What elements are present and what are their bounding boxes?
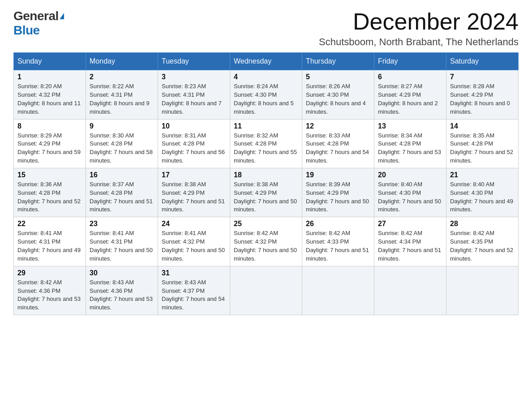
day-info: Sunrise: 8:20 AMSunset: 4:32 PMDaylight:… — [17, 83, 81, 115]
table-row: 9 Sunrise: 8:30 AMSunset: 4:28 PMDayligh… — [86, 119, 158, 168]
day-info: Sunrise: 8:32 AMSunset: 4:28 PMDaylight:… — [234, 132, 297, 164]
table-row — [302, 266, 374, 315]
table-row: 25 Sunrise: 8:42 AMSunset: 4:32 PMDaylig… — [230, 217, 302, 266]
table-row: 17 Sunrise: 8:38 AMSunset: 4:29 PMDaylig… — [158, 168, 230, 217]
day-number: 30 — [90, 269, 154, 277]
table-row: 20 Sunrise: 8:40 AMSunset: 4:30 PMDaylig… — [374, 168, 446, 217]
calendar-week-row: 8 Sunrise: 8:29 AMSunset: 4:29 PMDayligh… — [14, 119, 519, 168]
day-number: 16 — [90, 171, 154, 179]
day-info: Sunrise: 8:41 AMSunset: 4:31 PMDaylight:… — [90, 230, 153, 262]
table-row: 27 Sunrise: 8:42 AMSunset: 4:34 PMDaylig… — [374, 217, 446, 266]
table-row: 24 Sunrise: 8:41 AMSunset: 4:32 PMDaylig… — [158, 217, 230, 266]
day-info: Sunrise: 8:35 AMSunset: 4:28 PMDaylight:… — [450, 132, 513, 164]
day-info: Sunrise: 8:39 AMSunset: 4:29 PMDaylight:… — [306, 181, 369, 213]
day-info: Sunrise: 8:22 AMSunset: 4:31 PMDaylight:… — [90, 83, 150, 115]
logo-general-text: General — [13, 9, 59, 23]
day-number: 8 — [17, 122, 82, 130]
day-info: Sunrise: 8:42 AMSunset: 4:34 PMDaylight:… — [378, 230, 441, 262]
day-info: Sunrise: 8:30 AMSunset: 4:28 PMDaylight:… — [90, 132, 153, 164]
table-row: 4 Sunrise: 8:24 AMSunset: 4:30 PMDayligh… — [230, 70, 302, 119]
table-row: 19 Sunrise: 8:39 AMSunset: 4:29 PMDaylig… — [302, 168, 374, 217]
day-number: 31 — [162, 269, 226, 277]
day-number: 29 — [17, 269, 82, 277]
day-info: Sunrise: 8:37 AMSunset: 4:28 PMDaylight:… — [90, 181, 153, 213]
day-number: 4 — [234, 73, 298, 81]
table-row: 5 Sunrise: 8:26 AMSunset: 4:30 PMDayligh… — [302, 70, 374, 119]
day-number: 25 — [234, 220, 298, 228]
table-row: 14 Sunrise: 8:35 AMSunset: 4:28 PMDaylig… — [446, 119, 519, 168]
table-row: 10 Sunrise: 8:31 AMSunset: 4:28 PMDaylig… — [158, 119, 230, 168]
day-number: 27 — [378, 220, 442, 228]
table-row: 28 Sunrise: 8:42 AMSunset: 4:35 PMDaylig… — [446, 217, 519, 266]
calendar-week-row: 1 Sunrise: 8:20 AMSunset: 4:32 PMDayligh… — [14, 70, 519, 119]
table-row: 1 Sunrise: 8:20 AMSunset: 4:32 PMDayligh… — [14, 70, 86, 119]
table-row: 3 Sunrise: 8:23 AMSunset: 4:31 PMDayligh… — [158, 70, 230, 119]
day-number: 5 — [306, 73, 370, 81]
day-number: 10 — [162, 122, 226, 130]
table-row: 22 Sunrise: 8:41 AMSunset: 4:31 PMDaylig… — [14, 217, 86, 266]
logo: General Blue — [13, 9, 64, 38]
calendar-header-row: Sunday Monday Tuesday Wednesday Thursday… — [14, 53, 519, 70]
day-number: 7 — [450, 73, 515, 81]
day-number: 1 — [17, 73, 82, 81]
day-info: Sunrise: 8:38 AMSunset: 4:29 PMDaylight:… — [234, 181, 297, 213]
day-number: 15 — [17, 171, 82, 179]
table-row: 8 Sunrise: 8:29 AMSunset: 4:29 PMDayligh… — [14, 119, 86, 168]
day-number: 19 — [306, 171, 370, 179]
table-row: 23 Sunrise: 8:41 AMSunset: 4:31 PMDaylig… — [86, 217, 158, 266]
day-info: Sunrise: 8:42 AMSunset: 4:33 PMDaylight:… — [306, 230, 369, 262]
day-info: Sunrise: 8:27 AMSunset: 4:29 PMDaylight:… — [378, 83, 438, 115]
month-year-title: December 2024 — [319, 9, 519, 34]
day-info: Sunrise: 8:28 AMSunset: 4:29 PMDaylight:… — [450, 83, 510, 115]
table-row: 29 Sunrise: 8:42 AMSunset: 4:36 PMDaylig… — [14, 266, 86, 315]
header-thursday: Thursday — [302, 53, 374, 70]
day-info: Sunrise: 8:40 AMSunset: 4:30 PMDaylight:… — [450, 181, 513, 213]
calendar-week-row: 15 Sunrise: 8:36 AMSunset: 4:28 PMDaylig… — [14, 168, 519, 217]
header-sunday: Sunday — [14, 53, 86, 70]
day-info: Sunrise: 8:36 AMSunset: 4:28 PMDaylight:… — [17, 181, 81, 213]
day-number: 20 — [378, 171, 442, 179]
day-number: 17 — [162, 171, 226, 179]
table-row: 15 Sunrise: 8:36 AMSunset: 4:28 PMDaylig… — [14, 168, 86, 217]
day-number: 22 — [17, 220, 82, 228]
table-row: 26 Sunrise: 8:42 AMSunset: 4:33 PMDaylig… — [302, 217, 374, 266]
day-info: Sunrise: 8:42 AMSunset: 4:35 PMDaylight:… — [450, 230, 513, 262]
day-info: Sunrise: 8:41 AMSunset: 4:32 PMDaylight:… — [162, 230, 225, 262]
day-number: 23 — [90, 220, 154, 228]
day-info: Sunrise: 8:24 AMSunset: 4:30 PMDaylight:… — [234, 83, 294, 115]
table-row: 6 Sunrise: 8:27 AMSunset: 4:29 PMDayligh… — [374, 70, 446, 119]
day-number: 13 — [378, 122, 442, 130]
table-row: 7 Sunrise: 8:28 AMSunset: 4:29 PMDayligh… — [446, 70, 519, 119]
day-info: Sunrise: 8:34 AMSunset: 4:28 PMDaylight:… — [378, 132, 441, 164]
header-monday: Monday — [86, 53, 158, 70]
day-number: 3 — [162, 73, 226, 81]
page-header: General Blue December 2024 Schutsboom, N… — [13, 9, 519, 48]
table-row — [446, 266, 519, 315]
header-wednesday: Wednesday — [230, 53, 302, 70]
day-info: Sunrise: 8:38 AMSunset: 4:29 PMDaylight:… — [162, 181, 225, 213]
day-info: Sunrise: 8:41 AMSunset: 4:31 PMDaylight:… — [17, 230, 81, 262]
header-saturday: Saturday — [446, 53, 519, 70]
day-info: Sunrise: 8:26 AMSunset: 4:30 PMDaylight:… — [306, 83, 366, 115]
table-row: 12 Sunrise: 8:33 AMSunset: 4:28 PMDaylig… — [302, 119, 374, 168]
day-number: 12 — [306, 122, 370, 130]
day-number: 21 — [450, 171, 515, 179]
day-info: Sunrise: 8:42 AMSunset: 4:36 PMDaylight:… — [17, 279, 81, 311]
location-subtitle: Schutsboom, North Brabant, The Netherlan… — [319, 36, 519, 48]
day-number: 24 — [162, 220, 226, 228]
calendar-week-row: 29 Sunrise: 8:42 AMSunset: 4:36 PMDaylig… — [14, 266, 519, 315]
table-row: 21 Sunrise: 8:40 AMSunset: 4:30 PMDaylig… — [446, 168, 519, 217]
day-number: 26 — [306, 220, 370, 228]
header-tuesday: Tuesday — [158, 53, 230, 70]
day-info: Sunrise: 8:29 AMSunset: 4:29 PMDaylight:… — [17, 132, 81, 164]
day-number: 14 — [450, 122, 515, 130]
day-info: Sunrise: 8:43 AMSunset: 4:36 PMDaylight:… — [90, 279, 153, 311]
calendar-table: Sunday Monday Tuesday Wednesday Thursday… — [13, 52, 519, 315]
day-info: Sunrise: 8:42 AMSunset: 4:32 PMDaylight:… — [234, 230, 297, 262]
table-row: 13 Sunrise: 8:34 AMSunset: 4:28 PMDaylig… — [374, 119, 446, 168]
day-number: 28 — [450, 220, 515, 228]
table-row: 31 Sunrise: 8:43 AMSunset: 4:37 PMDaylig… — [158, 266, 230, 315]
logo-blue-text: Blue — [13, 23, 40, 38]
table-row — [230, 266, 302, 315]
day-number: 9 — [90, 122, 154, 130]
